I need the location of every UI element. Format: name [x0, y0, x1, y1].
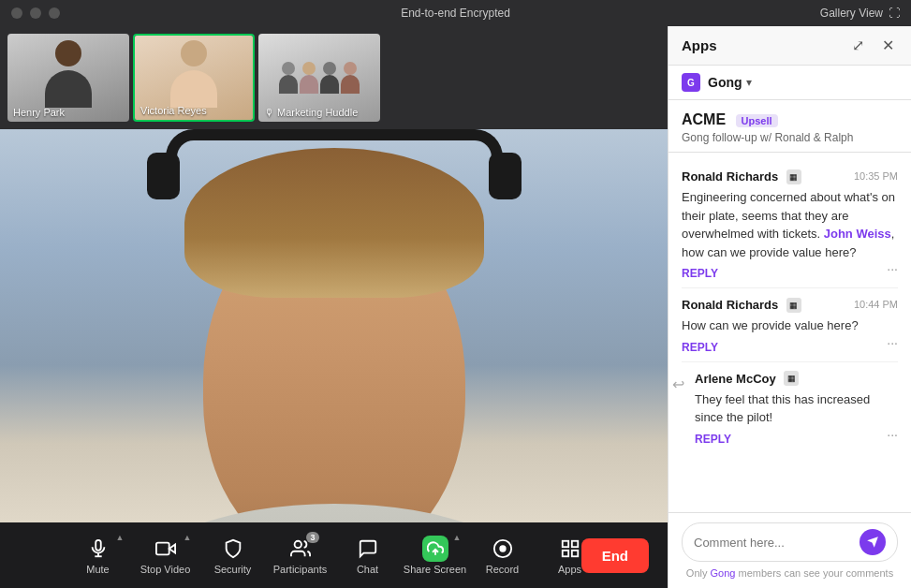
share-screen-button[interactable]: ▲ Share Screen — [404, 527, 467, 583]
gong-bar[interactable]: G Gong ▾ — [669, 66, 911, 100]
gallery-view-label: Gallery View — [820, 7, 883, 20]
video-icon — [153, 536, 179, 562]
main-video-area — [0, 129, 668, 522]
participants-button[interactable]: 3 Participants — [269, 527, 332, 583]
comment-reply-1[interactable]: REPLY — [682, 267, 898, 280]
account-tag: Upsell — [736, 114, 778, 127]
comment-time-1: 10:35 PM — [854, 170, 898, 182]
comment-header: Arlene McCoy ▦ — [695, 370, 898, 387]
comment-header: Ronald Richards ▦ 10:44 PM — [682, 296, 898, 313]
comment-input[interactable] — [694, 536, 860, 550]
share-caret[interactable]: ▲ — [453, 533, 462, 542]
apps-icon — [557, 536, 583, 562]
thumbnail-label-henry: Henry Park — [13, 107, 65, 118]
thumbnail-victoria-reyes[interactable]: Victoria Reyes — [133, 34, 255, 122]
comment-item: Ronald Richards ▦ 10:35 PM Engineering c… — [669, 160, 911, 287]
main-layout: Henry Park Victoria Reyes — [0, 26, 911, 588]
svg-marker-13 — [867, 537, 878, 548]
close-button[interactable] — [11, 7, 22, 19]
reply-arrow-icon: ↩ — [672, 375, 684, 393]
end-button[interactable]: End — [581, 538, 649, 573]
account-info: ACME Upsell Gong follow-up w/ Ronald & R… — [669, 100, 911, 153]
video-section: Henry Park Victoria Reyes — [0, 26, 668, 588]
comments-section: Ronald Richards ▦ 10:35 PM Engineering c… — [669, 153, 911, 512]
apps-panel-header: Apps ⤢ ✕ — [669, 26, 911, 66]
comment-highlight-1: John Weiss — [824, 227, 891, 241]
participants-icon: 3 — [287, 536, 314, 562]
thumbnail-label-victoria: Victoria Reyes — [140, 105, 207, 116]
comment-header: Ronald Richards ▦ 10:35 PM — [682, 168, 898, 184]
microphone-icon — [85, 536, 111, 562]
participants-badge: 3 — [306, 532, 318, 543]
thumbnail-label-marketing: 🎙 Marketing Huddle — [264, 107, 358, 118]
account-subtitle: Gong follow-up w/ Ronald & Ralph — [682, 131, 898, 144]
comment-author-2: Ronald Richards — [682, 298, 778, 312]
svg-rect-12 — [571, 551, 577, 556]
thumbnail-strip: Henry Park Victoria Reyes — [0, 26, 668, 129]
svg-point-8 — [500, 546, 506, 551]
apps-label: Apps — [558, 564, 581, 575]
apps-panel: Apps ⤢ ✕ G Gong ▾ ACME Upsell Gong follo… — [668, 26, 911, 588]
chat-label: Chat — [357, 564, 378, 575]
maximize-button[interactable] — [49, 7, 60, 19]
svg-rect-9 — [562, 541, 567, 547]
participants-label: Participants — [273, 564, 327, 575]
comment-footer-note: Only Gong members can see your comments — [682, 567, 898, 579]
mute-label: Mute — [86, 564, 109, 575]
minimize-button[interactable] — [30, 7, 41, 19]
share-screen-icon — [422, 536, 448, 562]
share-screen-label: Share Screen — [404, 564, 466, 575]
apps-panel-title: Apps — [682, 37, 717, 53]
encryption-label: End-to-end Encrypted — [401, 7, 510, 20]
stop-video-label: Stop Video — [140, 564, 191, 575]
comment-item: ↩ Arlene McCoy ▦ They feel that this has… — [669, 362, 911, 453]
author-icon-3: ▦ — [784, 371, 799, 386]
record-label: Record — [486, 564, 519, 575]
more-options-1[interactable]: ··· — [887, 261, 898, 276]
popout-icon[interactable]: ⤢ — [847, 36, 868, 56]
account-name: ACME — [682, 111, 726, 127]
more-options-3[interactable]: ··· — [887, 427, 898, 442]
comment-reply-3[interactable]: REPLY — [695, 433, 898, 446]
comment-input-area: Only Gong members can see your comments — [669, 512, 911, 588]
svg-rect-0 — [96, 540, 101, 551]
title-bar: End-to-end Encrypted Gallery View ⛶ — [0, 0, 911, 26]
svg-point-5 — [294, 541, 301, 548]
comment-item: Ronald Richards ▦ 10:44 PM How can we pr… — [669, 288, 911, 361]
comment-input-row — [682, 522, 898, 562]
thumbnail-marketing-huddle[interactable]: 🎙 Marketing Huddle — [258, 34, 380, 122]
more-options-2[interactable]: ··· — [887, 335, 898, 350]
thumbnail-henry-park[interactable]: Henry Park — [7, 34, 129, 122]
chat-button[interactable]: Chat — [336, 527, 400, 583]
gong-name: Gong — [708, 75, 742, 90]
toolbar: ▲ Mute ▲ — [0, 522, 668, 588]
gong-dropdown-icon: ▾ — [746, 76, 752, 89]
stop-video-button[interactable]: ▲ Stop Video — [134, 527, 198, 583]
svg-marker-3 — [169, 544, 174, 552]
expand-icon: ⛶ — [889, 7, 900, 20]
security-button[interactable]: Security — [201, 527, 265, 583]
comment-time-2: 10:44 PM — [854, 299, 898, 310]
video-caret[interactable]: ▲ — [184, 533, 192, 542]
gong-logo: G — [682, 73, 700, 92]
author-icon-1: ▦ — [786, 169, 801, 184]
send-button[interactable] — [860, 529, 886, 555]
mute-caret[interactable]: ▲ — [116, 533, 125, 542]
mute-button[interactable]: ▲ Mute — [66, 527, 130, 583]
svg-rect-11 — [562, 551, 567, 556]
comment-reply-2[interactable]: REPLY — [682, 341, 898, 354]
close-panel-icon[interactable]: ✕ — [877, 36, 898, 56]
chat-icon — [355, 536, 381, 562]
record-icon — [490, 536, 516, 562]
security-icon — [220, 536, 246, 562]
comment-body-1: Engineering concerned about what's on th… — [682, 188, 898, 261]
svg-rect-4 — [155, 543, 169, 555]
author-icon-2: ▦ — [786, 298, 801, 313]
window-controls — [11, 7, 60, 19]
gallery-view-button[interactable]: Gallery View ⛶ — [820, 7, 900, 20]
comment-body-2: How can we provide value here? — [682, 316, 898, 335]
security-label: Security — [214, 564, 252, 575]
apps-header-actions: ⤢ ✕ — [847, 36, 898, 56]
record-button[interactable]: Record — [471, 527, 535, 583]
svg-rect-10 — [571, 541, 577, 547]
